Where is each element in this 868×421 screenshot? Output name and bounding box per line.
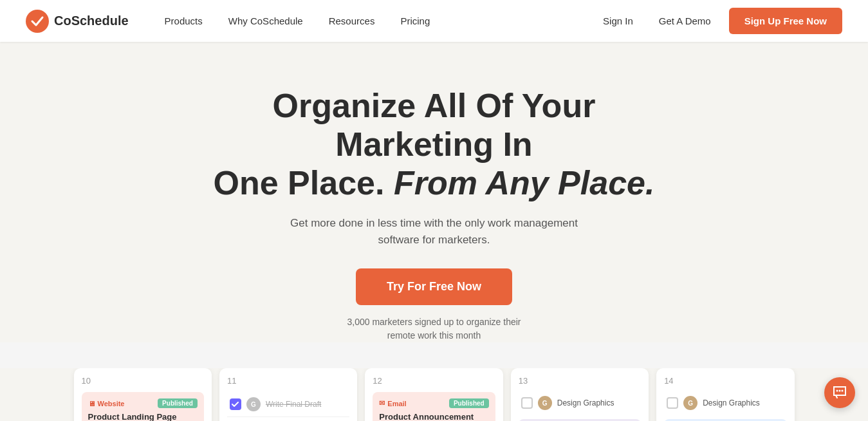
try-free-button[interactable]: Try For Free Now [356, 268, 512, 305]
hero-subtitle: Get more done in less time with the only… [273, 215, 595, 248]
svg-point-2 [839, 390, 841, 392]
card-title: Product Announcement [379, 412, 488, 421]
status-badge: Published [449, 398, 489, 408]
nav-products[interactable]: Products [154, 10, 213, 32]
chat-icon [833, 386, 847, 400]
checklist-item-2: G Write Social Messages [227, 417, 349, 421]
card-website-landing[interactable]: 🖥 Website Published Product Landing Page… [82, 392, 204, 421]
email-icon: ✉ [379, 399, 385, 407]
svg-point-0 [26, 10, 49, 33]
checklist-item-1: G Write Final Draft [227, 392, 349, 417]
brand-logo[interactable]: CoSchedule [26, 10, 129, 33]
day-number-14: 14 [664, 376, 786, 386]
chat-button[interactable] [824, 377, 855, 408]
task-label: Design Graphics [703, 398, 760, 407]
nav-links: Products Why CoSchedule Resources Pricin… [154, 10, 596, 32]
checkbox-empty [667, 397, 678, 409]
day-number-13: 13 [519, 376, 641, 386]
day-column-13: 13 G Design Graphics 📡 Blog Post Pending… [511, 368, 649, 421]
day-number-12: 12 [373, 376, 495, 386]
social-proof: 3,000 marketers signed up to organize th… [13, 315, 855, 342]
card-type-badge: ✉ Email [379, 399, 406, 407]
website-icon: 🖥 [88, 400, 95, 407]
task-design-graphics-14[interactable]: G Design Graphics [664, 392, 786, 414]
nav-pricing[interactable]: Pricing [390, 10, 440, 32]
get-demo-button[interactable]: Get A Demo [651, 10, 719, 32]
day-column-10: 10 🖥 Website Published Product Landing P… [74, 368, 212, 421]
checkbox-done [230, 398, 241, 410]
navbar: CoSchedule Products Why CoSchedule Resou… [0, 0, 868, 42]
sign-in-button[interactable]: Sign In [595, 10, 641, 32]
checklist-text: Write Final Draft [266, 400, 347, 409]
svg-point-3 [842, 390, 844, 392]
checkbox-empty [521, 397, 533, 409]
svg-point-1 [836, 390, 838, 392]
day-column-12: 12 ✉ Email Published Product Announcemen… [365, 368, 503, 421]
status-badge: Published [158, 398, 198, 408]
signup-button[interactable]: Sign Up Free Now [729, 8, 842, 34]
task-label: Design Graphics [557, 398, 614, 407]
day-number-10: 10 [82, 376, 204, 386]
cards-container: 10 🖥 Website Published Product Landing P… [48, 368, 820, 421]
brand-name: CoSchedule [54, 14, 129, 28]
task-design-graphics-13[interactable]: G Design Graphics [519, 392, 641, 414]
hero-title: Organize All Of Your Marketing In One Pl… [209, 87, 660, 202]
card-title: Product Landing Page [88, 412, 198, 421]
day-number-11: 11 [227, 376, 349, 386]
hero-section: Organize All Of Your Marketing In One Pl… [0, 42, 868, 342]
card-email-announcement[interactable]: ✉ Email Published Product Announcement P… [373, 392, 495, 421]
cards-strip: 10 🖥 Website Published Product Landing P… [0, 368, 868, 421]
day-column-11: 11 G Write Final Draft G Write Social Me… [219, 368, 357, 421]
nav-resources[interactable]: Resources [319, 10, 385, 32]
card-header: 🖥 Website Published [88, 398, 198, 408]
card-header: ✉ Email Published [379, 398, 488, 408]
navbar-right: Sign In Get A Demo Sign Up Free Now [595, 8, 842, 34]
avatar: G [246, 397, 261, 411]
avatar: G [683, 396, 697, 410]
logo-icon [26, 10, 49, 33]
day-column-14: 14 G Design Graphics 🖨 Printed Collat...… [656, 368, 794, 421]
nav-why[interactable]: Why CoSchedule [218, 10, 313, 32]
avatar: G [538, 396, 552, 410]
card-type-badge: 🖥 Website [88, 400, 125, 407]
check-icon [232, 402, 239, 407]
